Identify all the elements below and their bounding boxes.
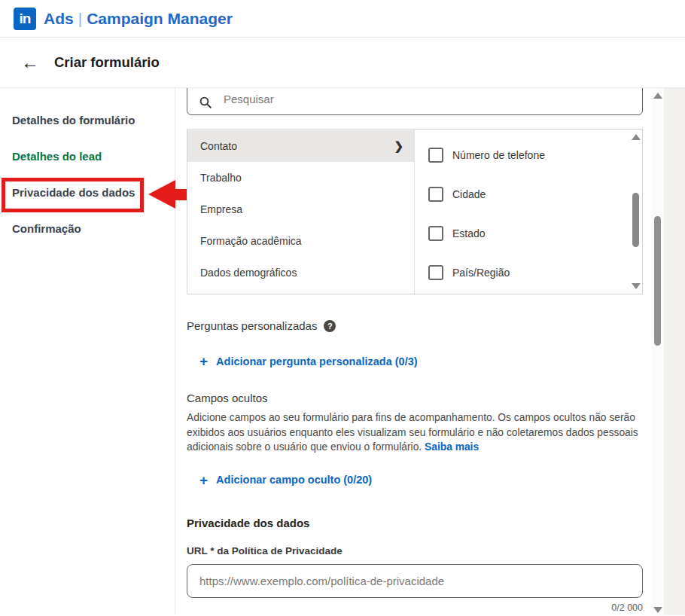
scrollbar-thumb[interactable] [654,216,661,346]
brand-separator: | [74,10,87,27]
checkbox-icon[interactable] [428,226,443,241]
hidden-fields-heading: Campos ocultos [187,392,643,404]
category-label: Contato [200,140,237,152]
checkbox-icon[interactable] [428,187,443,202]
category-label: Trabalho [200,172,242,184]
option-label: Cidade [452,188,486,200]
add-custom-question-button[interactable]: + Adicionar pergunta personalizada (0/3) [199,354,643,368]
brand-ads: Ads [44,10,74,27]
plus-icon: + [199,473,208,487]
search-clip [187,88,643,115]
background-gutter [664,88,685,615]
sidebar-item-detalhes-lead[interactable]: Detalhes do lead [12,150,102,163]
char-counter: 0/2 000 [187,602,643,613]
privacy-url-label: URL * da Política de Privacidade [187,545,643,557]
main-panel: Contato ❯ Trabalho Empresa Formação acad… [175,88,649,615]
sidebar-item-confirmacao[interactable]: Confirmação [12,222,81,235]
category-label: Formação acadêmica [200,235,302,247]
options-scrollbar[interactable] [631,133,640,291]
linkedin-logo-icon[interactable]: in [14,8,36,30]
scroll-down-icon[interactable] [632,283,641,289]
page-scrollbar[interactable] [651,88,664,615]
app-header: in Ads|Campaign Manager [0,0,685,38]
checkbox-icon[interactable] [428,148,443,163]
option-label: Número de telefone [452,149,545,161]
learn-more-link[interactable]: Saiba mais [425,441,479,453]
form-steps-sidebar: Detalhes do formulário Detalhes do lead … [0,88,175,615]
category-column: Contato ❯ Trabalho Empresa Formação acad… [187,130,415,294]
page-title: Criar formulário [54,54,160,71]
scrollbar-thumb[interactable] [632,193,639,247]
lead-fields-picker: Contato ❯ Trabalho Empresa Formação acad… [187,129,643,294]
hidden-fields-description: Adicione campos ao seu formulário para f… [187,410,643,455]
category-label: Dados demográficos [200,267,297,279]
chevron-right-icon: ❯ [394,139,403,153]
scroll-up-icon[interactable] [632,134,641,140]
sidebar-item-detalhes-formulario[interactable]: Detalhes do formulário [12,114,135,127]
category-item-dados-demograficos[interactable]: Dados demográficos [187,257,414,288]
options-column: Número de telefone Cidade Estado País/Re… [415,130,642,294]
option-estado[interactable]: Estado [428,220,642,247]
hidden-fields-description-text: Adicione campos ao seu formulário para f… [187,412,638,453]
option-numero-de-telefone[interactable]: Número de telefone [428,142,642,169]
category-item-contato[interactable]: Contato ❯ [187,130,414,162]
body-wrap: Detalhes do formulário Detalhes do lead … [0,88,685,615]
scroll-down-icon[interactable] [653,607,662,613]
brand-title: Ads|Campaign Manager [44,10,233,28]
category-label: Empresa [200,203,242,215]
plus-icon: + [199,354,208,368]
search-input[interactable] [187,88,643,115]
option-pais-regiao[interactable]: País/Região [428,259,642,286]
option-label: País/Região [452,267,510,279]
category-item-formacao-academica[interactable]: Formação acadêmica [187,225,414,257]
privacy-section-heading: Privacidade dos dados [187,517,643,529]
help-icon[interactable]: ? [324,320,336,332]
brand-campaign-manager: Campaign Manager [87,10,233,27]
custom-questions-heading-row: Perguntas personalizadas ? [187,319,643,332]
custom-questions-heading: Perguntas personalizadas [187,319,317,332]
scroll-up-icon[interactable] [653,93,662,99]
category-item-empresa[interactable]: Empresa [187,194,414,225]
privacy-url-input[interactable] [187,564,643,598]
back-arrow-icon[interactable]: ← [21,53,39,72]
add-hidden-field-button[interactable]: + Adicionar campo oculto (0/20) [199,473,643,487]
page-header: ← Criar formulário [0,38,685,88]
add-hidden-field-label: Adicionar campo oculto (0/20) [216,474,372,486]
sidebar-item-privacidade-dados[interactable]: Privacidade dos dados [12,186,135,199]
option-cidade[interactable]: Cidade [428,181,642,208]
option-label: Estado [452,227,486,239]
category-item-trabalho[interactable]: Trabalho [187,162,414,194]
search-icon [199,96,212,109]
checkbox-icon[interactable] [428,265,443,280]
add-custom-question-label: Adicionar pergunta personalizada (0/3) [216,355,418,367]
